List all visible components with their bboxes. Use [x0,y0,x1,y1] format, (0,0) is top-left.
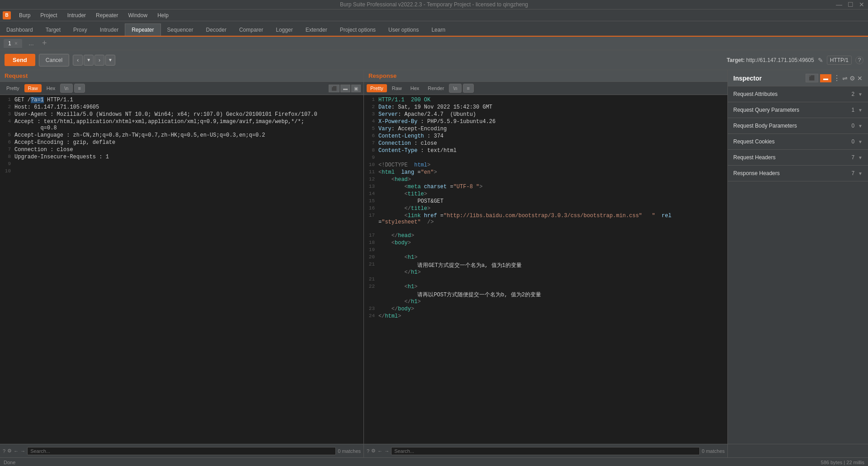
inspector-section-request-body-params[interactable]: Request Body Parameters 0 ▼ [728,118,868,134]
inspector-section-request-cookies[interactable]: Request Cookies 0 ▼ [728,134,868,150]
req-search-prev[interactable]: ← [14,448,19,454]
section-count-request-cookies: 0 [851,138,854,145]
maximize-btn[interactable]: ☐ [848,1,854,8]
line-content: Accept-Language : zh-CN,zh;q=0.8,zh-TW;q… [14,132,362,139]
repeater-add-btn[interactable]: + [40,38,49,48]
req-tab-pretty[interactable]: Pretty [3,84,23,92]
menu-project[interactable]: Project [38,12,59,19]
prev-dropdown[interactable]: ▼ [84,55,94,66]
tab-proxy[interactable]: Proxy [67,24,94,36]
status-done: Done [4,460,15,465]
res-search-prev[interactable]: ← [377,448,382,454]
inspector-split[interactable]: ⇌ [842,75,848,82]
response-search-input[interactable] [391,447,700,455]
response-panel-header: Response [364,70,727,82]
line-num: 3 [2,111,14,119]
res-tab-render[interactable]: Render [424,84,448,92]
inspector-close[interactable]: ✕ [857,75,863,82]
chevron-down-icon-4: ▼ [858,139,863,144]
edit-target-icon[interactable]: ✎ [818,57,823,64]
inspector-layout-1[interactable]: ⬛ [806,74,818,82]
res-search-help[interactable]: ? [367,448,369,454]
inspector-title: Inspector [733,75,762,82]
section-count-request-body-params: 0 [851,123,854,129]
tab-project-options[interactable]: Project options [334,24,382,36]
line-num: 10 [2,168,14,176]
response-editor: 1HTTP/1.1 200 OK 2Date: Sat, 19 Nov 2022… [364,95,727,444]
menu-window[interactable]: Window [126,12,149,19]
request-editor[interactable]: 1 GET /?a=1 HTTP/1.1 2 Host: 61.147.171.… [0,95,363,444]
req-view-full[interactable]: ▣ [351,85,361,92]
help-icon[interactable]: ? [855,56,863,64]
req-search-next[interactable]: → [20,448,25,454]
line-num: 5 [2,132,14,139]
res-tab-pretty[interactable]: Pretty [367,84,387,92]
menu-burp[interactable]: Burp [17,12,32,19]
tab-extender[interactable]: Extender [299,24,334,36]
chevron-down-icon: ▼ [858,92,863,97]
req-tab-newline[interactable]: \n [60,84,72,93]
res-search-settings[interactable]: ⚙ [371,448,376,454]
menu-intruder[interactable]: Intruder [66,12,88,19]
inspector-layout-2[interactable]: ▬ [820,74,831,82]
line-content: Upgrade-Insecure-Requests : 1 [14,154,362,161]
line-content: Accept-Encoding : gzip, deflate [14,139,362,147]
tab-sequencer[interactable]: Sequencer [161,24,200,36]
req-tab-raw[interactable]: Raw [24,84,42,92]
line-num: 7 [2,147,14,154]
res-search-next[interactable]: → [384,448,389,454]
menu-help[interactable]: Help [156,12,170,19]
target-url: Target: http://61.147.171.105:49605 [726,57,814,63]
tab-close-icon[interactable]: × [14,40,18,47]
close-btn[interactable]: ✕ [859,1,864,8]
repeater-tab-more[interactable]: … [24,39,38,48]
section-label-request-body-params: Request Body Parameters [733,123,797,129]
next-dropdown[interactable]: ▼ [105,55,115,66]
tab-target[interactable]: Target [39,24,67,36]
section-count-request-attributes: 2 [851,91,854,97]
req-tab-hex[interactable]: Hex [43,84,59,92]
minimize-btn[interactable]: — [836,1,842,8]
req-view-split-h[interactable]: ⬛ [329,85,340,92]
line-content: User-Agent : Mozilla/5.0 (Windows NT 10.… [14,111,362,119]
menu-repeater[interactable]: Repeater [94,12,120,19]
prev-button[interactable]: ‹ [73,55,83,66]
request-search-input[interactable] [27,447,336,455]
next-button[interactable]: › [94,55,104,66]
tab-comparer[interactable]: Comparer [233,24,269,36]
repeater-tab-1[interactable]: 1 × [4,39,22,48]
res-tab-menu[interactable]: ≡ [463,84,474,93]
line-num: 1 [2,97,14,104]
inspector-section-response-headers[interactable]: Response Headers 7 ▼ [728,166,868,181]
tab-user-options[interactable]: User options [382,24,425,36]
tab-logger[interactable]: Logger [269,24,299,36]
tab-learn[interactable]: Learn [425,24,452,36]
inspector-settings[interactable]: ⚙ [849,75,855,82]
inspector-section-request-query-params[interactable]: Request Query Parameters 1 ▼ [728,102,868,118]
req-view-split-v[interactable]: ▬ [340,85,350,92]
line-content: Accept : text/html,application/xhtml+xml… [14,119,362,131]
chevron-down-icon-6: ▼ [858,171,863,176]
send-button[interactable]: Send [5,54,35,66]
res-tab-newline[interactable]: \n [449,84,461,93]
tab-repeater[interactable]: Repeater [125,24,160,36]
req-search-settings[interactable]: ⚙ [7,448,12,454]
res-tab-hex[interactable]: Hex [407,84,423,92]
tab-decoder[interactable]: Decoder [200,24,233,36]
section-label-request-headers: Request Headers [733,154,775,161]
inspector-section-request-headers[interactable]: Request Headers 7 ▼ [728,150,868,166]
req-search-help[interactable]: ? [3,448,5,454]
section-label-response-headers: Response Headers [733,170,780,176]
window-title: Burp Suite Professional v2022.2.3 - Temp… [340,1,528,8]
http-version[interactable]: HTTP/1 [827,56,852,65]
inspector-section-request-attributes[interactable]: Request Attributes 2 ▼ [728,86,868,102]
line-num: 8 [2,154,14,161]
tab-intruder[interactable]: Intruder [94,24,125,36]
line-num: 4 [2,119,14,131]
inspector-filter[interactable]: ⋮ [833,74,840,82]
line-content [14,168,362,176]
cancel-button[interactable]: Cancel [39,54,69,67]
res-tab-raw[interactable]: Raw [388,84,406,92]
req-tab-menu[interactable]: ≡ [74,84,85,93]
tab-dashboard[interactable]: Dashboard [0,24,39,36]
